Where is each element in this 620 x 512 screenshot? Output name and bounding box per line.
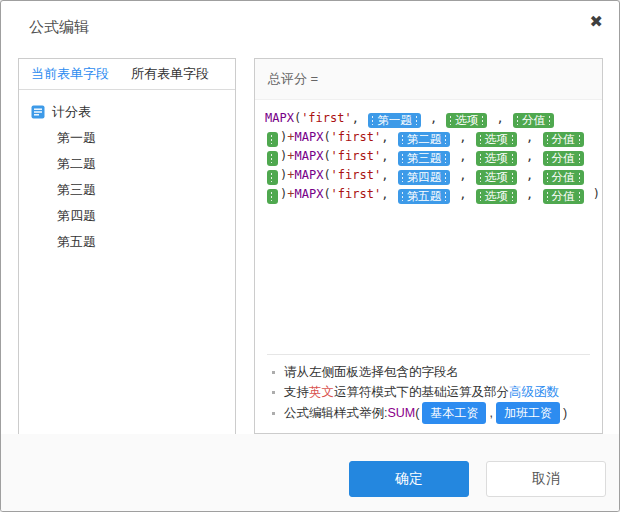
string-literal: 'first' [331, 168, 382, 182]
formula-line: MAPX('first', 第一题 , 选项 , 分值 [265, 109, 592, 128]
field-token[interactable]: 选项 [476, 151, 517, 166]
dialog-footer: 确定 取消 [1, 434, 619, 511]
example-field-token[interactable]: 加班工资 [496, 402, 560, 424]
field-token[interactable]: 选项 [476, 189, 517, 204]
formula-text: , [519, 168, 541, 182]
formula-editor[interactable]: MAPX('first', 第一题 , 选项 , 分值)+MAPX('first… [255, 100, 602, 354]
field-tabs: 当前表单字段 所有表单字段 [19, 59, 235, 90]
formula-line: )+MAPX('first', 第三题 , 选项 , 分值 [265, 147, 592, 166]
formula-text: , [452, 168, 474, 182]
formula-line: )+MAPX('first', 第四题 , 选项 , 分值 [265, 166, 592, 185]
field-token[interactable]: 分值 [543, 151, 584, 166]
field-token[interactable]: 第五题 [398, 189, 451, 204]
formula-text: ) [563, 403, 567, 423]
hint-emphasis: 英文 [309, 382, 334, 402]
tab-all-form-fields[interactable]: 所有表单字段 [131, 65, 209, 83]
function-name: MAPX [294, 168, 323, 182]
field-token-wrap[interactable] [267, 151, 278, 166]
formula-text: , [352, 111, 366, 125]
formula-edit-dialog: 公式编辑 ✖ 当前表单字段 所有表单字段 计分表 第一题第二题第三题第四题第五题 [0, 0, 620, 512]
formula-text: , [381, 149, 395, 163]
form-icon [31, 105, 45, 119]
tree-item-field[interactable]: 第五题 [19, 229, 235, 255]
ok-button[interactable]: 确定 [349, 461, 469, 497]
field-token-wrap[interactable] [267, 132, 278, 147]
function-name: MAPX [265, 111, 294, 125]
field-token[interactable]: 分值 [543, 189, 584, 204]
tree-root-form[interactable]: 计分表 [19, 99, 235, 125]
formula-text: , [489, 111, 511, 125]
formula-line: )+MAPX('first', 第二题 , 选项 , 分值 [265, 128, 592, 147]
formula-text: ( [323, 149, 330, 163]
formula-text: 公式编辑样式举例: [284, 403, 387, 423]
hint-line: 公式编辑样式举例: SUM ( 基本工资 , 加班工资 ) [269, 402, 588, 424]
string-literal: 'first' [331, 187, 382, 201]
advanced-functions-link[interactable]: 高级函数 [509, 382, 559, 402]
formula-text: , [519, 187, 541, 201]
formula-text: 支持 [284, 382, 309, 402]
formula-text: ) [586, 187, 600, 201]
formula-panel: 总评分 = MAPX('first', 第一题 , 选项 , 分值)+MAPX(… [254, 58, 603, 434]
hint-line: 支持英文运算符模式下的基础运算及部分高级函数 [269, 382, 588, 402]
hint-line: 请从左侧面板选择包含的字段名 [269, 362, 588, 382]
formula-text: ( [323, 187, 330, 201]
tree-item-field[interactable]: 第四题 [19, 203, 235, 229]
formula-text: 运算符模式下的基础运算及部分 [334, 382, 509, 402]
field-token-wrap[interactable] [267, 170, 278, 185]
tab-current-form-fields[interactable]: 当前表单字段 [31, 65, 109, 83]
formula-text: , [489, 403, 492, 423]
field-list-panel: 当前表单字段 所有表单字段 计分表 第一题第二题第三题第四题第五题 [18, 58, 236, 435]
tree-item-field[interactable]: 第一题 [19, 125, 235, 151]
cancel-button[interactable]: 取消 [486, 461, 606, 497]
formula-text: , [381, 168, 395, 182]
formula-text: ( [415, 403, 419, 423]
field-token[interactable]: 第二题 [398, 132, 451, 147]
tree-root-label: 计分表 [52, 103, 91, 121]
formula-text: , [381, 187, 395, 201]
example-field-token[interactable]: 基本工资 [422, 402, 486, 424]
formula-text: ( [323, 130, 330, 144]
function-name: MAPX [294, 187, 323, 201]
field-token[interactable]: 选项 [476, 132, 517, 147]
function-name: MAPX [294, 130, 323, 144]
field-token[interactable]: 选项 [476, 170, 517, 185]
formula-line: )+MAPX('first', 第五题 , 选项 , 分值 ) [265, 185, 592, 204]
formula-text: , [423, 111, 445, 125]
field-token[interactable]: 分值 [513, 113, 554, 128]
formula-text: , [519, 130, 541, 144]
field-token[interactable]: 选项 [446, 113, 487, 128]
formula-text: , [381, 130, 395, 144]
formula-text: , [452, 130, 474, 144]
formula-text: 请从左侧面板选择包含的字段名 [284, 362, 459, 382]
example-function-name: SUM [387, 403, 415, 423]
tree-items: 第一题第二题第三题第四题第五题 [19, 125, 235, 255]
field-token[interactable]: 第一题 [368, 113, 421, 128]
close-icon[interactable]: ✖ [590, 14, 603, 30]
formula-hints: 请从左侧面板选择包含的字段名支持英文运算符模式下的基础运算及部分高级函数公式编辑… [267, 354, 590, 433]
formula-target-label: 总评分 = [255, 59, 602, 100]
field-token[interactable]: 分值 [543, 132, 584, 147]
formula-text: ( [323, 168, 330, 182]
formula-text: , [452, 187, 474, 201]
formula-text: , [519, 149, 541, 163]
tree-item-field[interactable]: 第三题 [19, 177, 235, 203]
field-token-wrap[interactable] [267, 189, 278, 204]
field-token[interactable]: 分值 [543, 170, 584, 185]
field-tree: 计分表 第一题第二题第三题第四题第五题 [19, 90, 235, 255]
field-token[interactable]: 第四题 [398, 170, 451, 185]
string-literal: 'first' [301, 111, 352, 125]
tree-item-field[interactable]: 第二题 [19, 151, 235, 177]
string-literal: 'first' [331, 130, 382, 144]
dialog-title: 公式编辑 [29, 18, 89, 37]
field-token[interactable]: 第三题 [398, 151, 451, 166]
string-literal: 'first' [331, 149, 382, 163]
function-name: MAPX [294, 149, 323, 163]
formula-text: , [452, 149, 474, 163]
